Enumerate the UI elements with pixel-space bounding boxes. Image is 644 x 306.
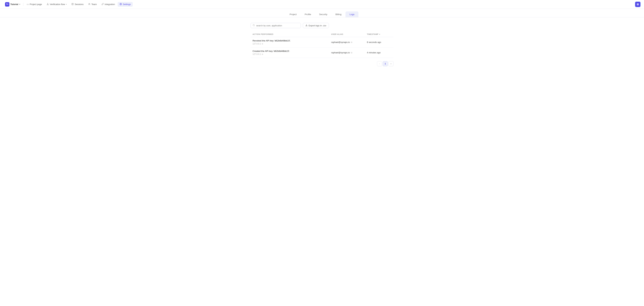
settings-icon bbox=[120, 3, 122, 6]
svg-rect-14 bbox=[637, 4, 638, 5]
user-avatar[interactable] bbox=[635, 2, 641, 7]
svg-point-0 bbox=[48, 3, 48, 4]
svg-rect-11 bbox=[636, 3, 639, 6]
project-page-icon: ▭ bbox=[27, 3, 29, 6]
top-nav: TU Tutorial ▾ ▭ Project page Verificatio… bbox=[0, 0, 644, 9]
pagination-page-1[interactable]: 1 bbox=[383, 61, 388, 66]
nav-item-settings-label: Settings bbox=[123, 3, 131, 6]
user-avatar-icon bbox=[636, 3, 639, 6]
nav-item-team[interactable]: Team bbox=[86, 2, 99, 7]
tab-billing[interactable]: Billing bbox=[332, 12, 346, 17]
col-header-user: USER ALIAS bbox=[329, 32, 365, 37]
sub-tabs: Project Profile Security Billing Logs bbox=[0, 9, 644, 18]
verification-flow-chevron-icon: ▾ bbox=[66, 3, 67, 5]
svg-rect-15 bbox=[638, 4, 639, 5]
cell-timestamp-1: 4 minutes ago bbox=[365, 48, 394, 58]
svg-point-16 bbox=[253, 24, 254, 26]
nav-item-project-page-label: Project page bbox=[30, 3, 42, 6]
pagination-prev[interactable]: ‹ bbox=[377, 61, 382, 66]
sort-icon: ▾ bbox=[379, 34, 380, 35]
svg-line-4 bbox=[47, 4, 48, 4]
nav-item-verification-flow[interactable]: Verification flow ▾ bbox=[45, 2, 69, 7]
tab-logs[interactable]: Logs bbox=[346, 12, 358, 17]
log-table: ACTION PERFORMED USER ALIAS TIMESTAMP ▾ … bbox=[250, 32, 394, 58]
app-name: Tutorial bbox=[10, 3, 18, 6]
verification-flow-icon bbox=[47, 3, 49, 6]
table-row: Created the API key 'd62b9d48bb15'. 127.… bbox=[250, 48, 394, 58]
nav-item-team-label: Team bbox=[92, 3, 97, 6]
export-icon bbox=[306, 24, 308, 27]
cell-action-0: Revoked the API key 'd62b9d48bb15'. 127.… bbox=[250, 37, 329, 48]
svg-rect-12 bbox=[637, 4, 638, 4]
pagination: ‹ 1 › bbox=[250, 61, 394, 66]
svg-rect-13 bbox=[638, 4, 639, 4]
tab-security[interactable]: Security bbox=[315, 12, 332, 17]
user-cell-1: raphael@synaps.io ⧉ bbox=[331, 51, 363, 54]
col-header-action: ACTION PERFORMED bbox=[250, 32, 329, 37]
cell-user-1: raphael@synaps.io ⧉ bbox=[329, 48, 365, 58]
integration-icon bbox=[102, 3, 104, 6]
col-header-timestamp[interactable]: TIMESTAMP ▾ bbox=[365, 32, 394, 37]
nav-item-integration[interactable]: Integration bbox=[100, 2, 117, 7]
search-icon bbox=[253, 24, 255, 27]
svg-point-9 bbox=[88, 3, 89, 4]
timestamp-label: TIMESTAMP bbox=[367, 33, 378, 35]
nav-item-verification-flow-label: Verification flow bbox=[50, 3, 65, 6]
cell-action-1: Created the API key 'd62b9d48bb15'. 127.… bbox=[250, 48, 329, 58]
search-wrap bbox=[250, 23, 301, 28]
nav-item-sessions[interactable]: Sessions bbox=[70, 2, 86, 7]
nav-item-settings[interactable]: Settings bbox=[118, 2, 133, 7]
svg-line-17 bbox=[254, 26, 254, 26]
search-input[interactable] bbox=[256, 24, 299, 27]
svg-line-5 bbox=[48, 4, 48, 4]
cell-timestamp-0: 8 seconds ago bbox=[365, 37, 394, 48]
nav-item-project-page[interactable]: ▭ Project page bbox=[25, 2, 44, 6]
pagination-next[interactable]: › bbox=[388, 61, 394, 66]
tab-profile[interactable]: Profile bbox=[301, 12, 315, 17]
table-row: Revoked the API key 'd62b9d48bb15'. 127.… bbox=[250, 37, 394, 48]
toolbar: Export logs in .csv bbox=[250, 23, 394, 28]
nav-item-integration-label: Integration bbox=[105, 3, 115, 6]
svg-point-10 bbox=[120, 4, 121, 4]
cell-user-0: raphael@synaps.io ⧉ bbox=[329, 37, 365, 48]
app-chevron-icon: ▾ bbox=[19, 3, 20, 5]
action-ip-0: 127.0.0.1 ⧉ bbox=[252, 42, 327, 45]
table-header-row: ACTION PERFORMED USER ALIAS TIMESTAMP ▾ bbox=[250, 32, 394, 37]
sessions-icon bbox=[72, 3, 74, 6]
copy-ip-icon-1[interactable]: ⧉ bbox=[262, 53, 263, 55]
user-email-1: raphael@synaps.io bbox=[331, 51, 350, 54]
export-button[interactable]: Export logs in .csv bbox=[303, 23, 329, 28]
user-cell-0: raphael@synaps.io ⧉ bbox=[331, 41, 363, 44]
ip-value-0: 127.0.0.1 bbox=[252, 42, 261, 45]
action-text-0: Revoked the API key 'd62b9d48bb15'. bbox=[252, 40, 327, 42]
nav-item-sessions-label: Sessions bbox=[75, 3, 84, 6]
action-ip-1: 127.0.0.1 ⧉ bbox=[252, 53, 327, 55]
main-content: Export logs in .csv ACTION PERFORMED USE… bbox=[246, 18, 398, 72]
app-avatar: TU bbox=[5, 2, 10, 6]
copy-ip-icon-0[interactable]: ⧉ bbox=[262, 43, 263, 45]
ip-value-1: 127.0.0.1 bbox=[252, 53, 261, 55]
copy-user-icon-0[interactable]: ⧉ bbox=[351, 41, 352, 44]
app-logo[interactable]: TU Tutorial ▾ bbox=[3, 1, 22, 8]
timestamp-value-0: 8 seconds ago bbox=[367, 41, 392, 44]
svg-rect-6 bbox=[72, 3, 74, 5]
timestamp-value-1: 4 minutes ago bbox=[367, 51, 392, 54]
tab-project[interactable]: Project bbox=[286, 12, 301, 17]
export-label: Export logs in .csv bbox=[308, 24, 326, 27]
team-icon bbox=[88, 3, 90, 6]
user-email-0: raphael@synaps.io bbox=[331, 41, 350, 44]
copy-user-icon-1[interactable]: ⧉ bbox=[351, 52, 352, 54]
action-text-1: Created the API key 'd62b9d48bb15'. bbox=[252, 50, 327, 52]
